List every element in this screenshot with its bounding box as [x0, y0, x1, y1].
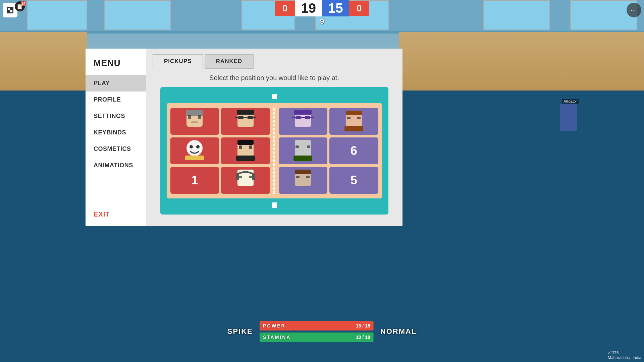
top-right-menu-button[interactable]: ···	[627, 3, 641, 17]
left-col2-row2	[221, 137, 270, 164]
power-label: POWER	[263, 323, 286, 328]
court-indicator-top	[272, 94, 277, 99]
score-bar: 0 19 15 0	[275, 0, 369, 16]
player-on-court	[560, 104, 577, 131]
score-red-right: 0	[349, 1, 369, 16]
exit-button[interactable]: EXIT	[86, 202, 146, 226]
play-style-right-label: NORMAL	[380, 327, 417, 336]
svg-rect-23	[236, 156, 255, 161]
svg-rect-42	[296, 176, 300, 178]
power-bar-track: POWER 15 / 15	[260, 321, 374, 330]
stamina-bar-fill: STAMINA 10 / 10	[260, 333, 374, 342]
cell-right-c1r3[interactable]	[279, 167, 328, 194]
svg-rect-16	[244, 117, 248, 118]
cell-left-c2r3[interactable]	[221, 167, 270, 194]
cell-right-c2r3[interactable]: 5	[329, 167, 378, 194]
player-name-tag: Alligator	[562, 99, 579, 104]
cell-left-r3c1[interactable]: 1	[170, 167, 219, 194]
cell-left-r1c1[interactable]	[170, 108, 219, 135]
svg-rect-37	[296, 145, 299, 148]
svg-rect-22	[249, 145, 252, 149]
cell-left-c2r1[interactable]	[221, 108, 270, 135]
svg-rect-47	[357, 117, 361, 119]
avatar-left-r1c1	[183, 110, 206, 133]
svg-rect-7	[191, 121, 198, 123]
notification-badge[interactable]: 📋 24	[15, 1, 25, 11]
main-modal: MENU PLAY PROFILE SETTINGS KEYBINDS COSM…	[86, 49, 402, 226]
svg-rect-11	[185, 156, 204, 160]
svg-rect-1	[8, 8, 10, 10]
svg-rect-15	[248, 116, 253, 119]
sidebar-item-settings[interactable]: SETTINGS	[86, 108, 146, 124]
sidebar-item-animations[interactable]: ANIMATIONS	[86, 157, 146, 174]
serve-count: 9	[320, 17, 324, 26]
content-panel: PICKUPS RANKED Select the position you w…	[146, 49, 402, 226]
score-center-right: 15	[322, 0, 349, 16]
svg-rect-4	[186, 110, 203, 116]
svg-rect-34	[292, 117, 296, 118]
svg-rect-18	[253, 117, 256, 118]
power-bar-row: POWER 15 / 15	[260, 321, 374, 330]
svg-rect-27	[239, 176, 242, 178]
avatar-left-r2c1	[183, 139, 206, 162]
sidebar-item-cosmetics[interactable]: COSMETICS	[86, 141, 146, 157]
right-team-col2: 6 5	[329, 108, 378, 194]
roof-panel-2	[104, 0, 171, 30]
court-side-left	[0, 90, 87, 198]
power-bar-fill: POWER 15 / 15	[260, 321, 374, 330]
stamina-label: STAMINA	[263, 335, 291, 340]
court-side-right	[399, 90, 644, 198]
svg-rect-8	[186, 140, 203, 156]
svg-rect-21	[239, 145, 242, 149]
cell-right-c1r2[interactable]	[279, 137, 328, 164]
play-style-left-label: SPIKE	[227, 327, 253, 336]
court-divider	[273, 108, 275, 194]
stamina-bar-track: STAMINA 10 / 10	[260, 333, 374, 342]
svg-rect-32	[305, 116, 310, 119]
left-row-2	[170, 137, 219, 164]
instruction-text: Select the position you would like to pl…	[209, 74, 339, 82]
sidebar-item-play[interactable]: PLAY	[86, 75, 146, 92]
cell-right-c2r2[interactable]: 6	[329, 137, 378, 164]
roof-panel-6	[570, 0, 637, 30]
roof-panel-1	[27, 0, 87, 30]
power-value: 15 / 15	[356, 323, 370, 328]
svg-rect-43	[306, 176, 310, 178]
tab-ranked[interactable]: RANKED	[205, 54, 254, 69]
left-row-1	[170, 108, 219, 135]
sidebar-title: MENU	[86, 49, 146, 75]
court-inner: 1	[167, 103, 382, 198]
tabs-bar: PICKUPS RANKED	[146, 49, 402, 69]
notification-count: 24	[21, 1, 26, 6]
stamina-value: 10 / 10	[356, 335, 370, 340]
svg-rect-41	[295, 170, 311, 174]
sidebar-item-profile[interactable]: PROFILE	[86, 92, 146, 108]
left-row-3: 1	[170, 167, 219, 194]
svg-rect-13	[237, 110, 254, 115]
version-label: v1376Maharashtra, India	[608, 351, 641, 360]
left-col2-row3	[221, 167, 270, 194]
stamina-bar-row: STAMINA 10 / 10	[260, 333, 374, 342]
score-red-left: 0	[275, 1, 295, 16]
court-grid-container: 1	[160, 87, 388, 215]
cell-right-c1r1[interactable]	[279, 108, 328, 135]
bottom-hud: SPIKE POWER 15 / 15 STAMINA 10 / 10 NORM…	[227, 321, 417, 342]
svg-rect-17	[235, 117, 238, 118]
cell-left-r2c1[interactable]	[170, 137, 219, 164]
svg-rect-14	[238, 116, 244, 119]
tab-pickups[interactable]: PICKUPS	[153, 54, 203, 69]
score-hud: 0 19 15 0 9	[275, 0, 369, 26]
cell-left-c2r2[interactable]	[221, 137, 270, 164]
cell-right-c2r1[interactable]	[329, 108, 378, 135]
svg-rect-45	[346, 111, 362, 115]
svg-rect-6	[198, 115, 201, 119]
court-indicator-bottom	[272, 202, 277, 208]
svg-rect-35	[310, 117, 314, 118]
svg-rect-28	[249, 176, 252, 178]
svg-rect-39	[293, 156, 312, 161]
sidebar: MENU PLAY PROFILE SETTINGS KEYBINDS COSM…	[86, 49, 146, 226]
svg-rect-20	[237, 140, 254, 145]
sidebar-item-keybinds[interactable]: KEYBINDS	[86, 124, 146, 141]
stats-bars: POWER 15 / 15 STAMINA 10 / 10	[260, 321, 374, 342]
roof-panel-5	[483, 0, 550, 30]
